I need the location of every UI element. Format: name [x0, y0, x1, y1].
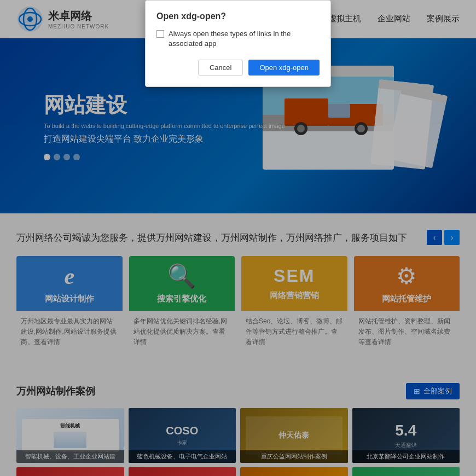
dialog-checkbox-label: Always open these types of links in the … — [169, 29, 320, 49]
open-xdg-button[interactable]: Open xdg-open — [248, 60, 320, 76]
cancel-button[interactable]: Cancel — [198, 60, 243, 76]
dialog-checkbox-row: Always open these types of links in the … — [156, 29, 320, 49]
dialog-overlay: Open xdg-open? Always open these types o… — [0, 0, 476, 476]
dialog-title: Open xdg-open? — [156, 11, 320, 21]
dialog-buttons: Cancel Open xdg-open — [156, 60, 320, 76]
dialog-checkbox[interactable] — [156, 30, 164, 38]
dialog: Open xdg-open? Always open these types o… — [145, 0, 331, 87]
